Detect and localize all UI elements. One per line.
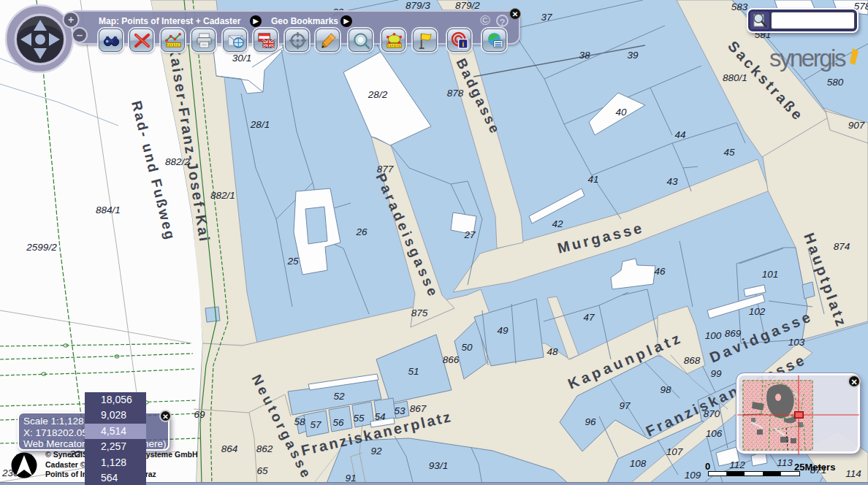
svg-text:–: – [77, 28, 83, 41]
svg-text:99: 99 [710, 368, 722, 379]
svg-text:875: 875 [411, 308, 428, 318]
svg-text:65: 65 [256, 465, 268, 476]
svg-text:879/2: 879/2 [455, 0, 480, 11]
svg-text:43: 43 [666, 176, 678, 187]
svg-text:107: 107 [666, 446, 683, 457]
svg-text:46: 46 [654, 266, 666, 277]
svg-text:51: 51 [408, 366, 419, 377]
svg-text:862: 862 [256, 443, 273, 454]
svg-text:58: 58 [294, 416, 305, 427]
svg-text:55: 55 [353, 413, 365, 424]
svg-text:583: 583 [731, 1, 748, 12]
svg-text:880/1: 880/1 [723, 72, 747, 83]
svg-text:100: 100 [705, 330, 722, 341]
svg-text:69: 69 [194, 409, 205, 420]
svg-text:39: 39 [627, 50, 639, 61]
svg-text:40: 40 [615, 107, 627, 118]
svg-text:25: 25 [286, 256, 299, 267]
svg-text:870: 870 [704, 408, 720, 419]
svg-text:37: 37 [541, 12, 552, 23]
svg-text:42: 42 [552, 218, 563, 229]
svg-text:50: 50 [461, 342, 473, 353]
svg-text:52: 52 [333, 391, 345, 402]
svg-text:27: 27 [463, 229, 476, 240]
svg-text:49: 49 [497, 325, 509, 336]
svg-text:874: 874 [834, 241, 850, 252]
svg-text:103: 103 [788, 337, 805, 348]
svg-text:26: 26 [355, 226, 368, 237]
svg-text:580: 580 [827, 77, 844, 88]
svg-text:867: 867 [410, 403, 427, 414]
svg-text:53: 53 [394, 405, 406, 416]
svg-text:30/1: 30/1 [232, 53, 251, 64]
svg-text:109: 109 [685, 470, 701, 481]
svg-text:96: 96 [585, 416, 596, 427]
svg-text:56: 56 [332, 417, 344, 428]
svg-text:47: 47 [583, 312, 595, 323]
svg-text:882/1: 882/1 [210, 190, 235, 201]
svg-text:i: i [462, 40, 464, 48]
svg-text:28/2: 28/2 [368, 89, 388, 100]
svg-text:41: 41 [587, 174, 598, 185]
svg-text:907: 907 [848, 120, 865, 131]
svg-text:108: 108 [630, 458, 647, 469]
svg-text:48: 48 [547, 346, 558, 357]
svg-text:93/1: 93/1 [429, 460, 448, 471]
svg-text:869: 869 [725, 328, 742, 339]
svg-text:102: 102 [749, 306, 766, 317]
svg-text:45: 45 [723, 147, 735, 158]
svg-text:877: 877 [377, 164, 394, 175]
svg-text:57: 57 [310, 419, 321, 430]
svg-text:97: 97 [619, 400, 631, 411]
svg-text:884/1: 884/1 [96, 205, 121, 215]
svg-text:44: 44 [674, 129, 685, 140]
svg-text:92: 92 [370, 446, 382, 457]
svg-text:879/3: 879/3 [406, 0, 430, 11]
svg-text:882/2: 882/2 [165, 156, 190, 167]
svg-text:101: 101 [762, 269, 779, 280]
svg-text:864: 864 [221, 443, 238, 454]
svg-text:28/1: 28/1 [250, 119, 270, 130]
svg-text:98: 98 [660, 384, 671, 395]
svg-text:106: 106 [706, 428, 723, 439]
svg-text:+: + [68, 14, 74, 26]
svg-text:868: 868 [684, 355, 701, 366]
svg-text:866: 866 [443, 354, 460, 365]
svg-text:2599/2: 2599/2 [26, 242, 57, 253]
svg-text:38: 38 [579, 50, 590, 61]
svg-text:54: 54 [374, 411, 385, 422]
svg-text:878: 878 [447, 88, 464, 99]
